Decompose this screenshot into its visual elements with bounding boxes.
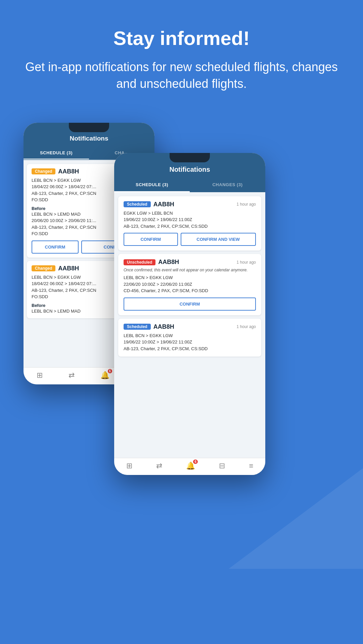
nav-badge-front: 6: [193, 460, 198, 464]
front-tab-schedule[interactable]: SCHEDULE (3): [114, 178, 190, 192]
front-nav-calendar-icon[interactable]: ⊞: [126, 462, 132, 470]
badge-changed-2: Changed: [32, 265, 55, 271]
front-confirm-btn-1[interactable]: CONFIRM: [124, 233, 178, 246]
front-card-3-time: 1 hour ago: [237, 324, 256, 329]
hero-section: Stay informed! Get in-app notifications …: [0, 0, 363, 113]
front-card-3-body: LEBL BCN > EGKK LGW 19/06/22 10:00Z > 19…: [124, 332, 256, 352]
back-header: Notifications: [24, 123, 154, 147]
front-card-3: Scheduled AAB8H 1 hour ago LEBL BCN > EG…: [118, 319, 261, 357]
back-card-2-callsign: AAB8H: [58, 265, 79, 272]
front-card-1-title-row: Scheduled AAB8H 1 hour ago: [124, 201, 256, 208]
front-cards-area: Scheduled AAB8H 1 hour ago EGKK LGW > LE…: [114, 192, 265, 458]
nav-bell-icon[interactable]: 🔔 6: [100, 371, 109, 380]
back-card-1-callsign: AAB8H: [58, 168, 79, 175]
front-card-1-callsign: AAB8H: [153, 201, 174, 208]
back-tab-schedule[interactable]: SCHEDULE (3): [24, 147, 89, 159]
front-tabs: SCHEDULE (3) CHANGES (3): [114, 178, 265, 192]
back-confirm-btn-1[interactable]: CONFIRM: [32, 240, 79, 254]
front-screen: Notifications SCHEDULE (3) CHANGES (3) S…: [114, 153, 265, 475]
nav-filter-icon[interactable]: ⇄: [69, 371, 75, 380]
front-card-2: Unscheduled AAB8H 1 hour ago Once confir…: [118, 254, 261, 315]
nav-badge-back: 6: [108, 369, 112, 373]
accent-shape: [229, 468, 363, 569]
phones-area: Notifications SCHEDULE (3) CHA... Change…: [0, 113, 363, 569]
front-card-1-body: EGKK LGW > LEBL BCN 19/06/22 10:00Z > 19…: [124, 210, 256, 230]
hero-title: Stay informed!: [20, 27, 343, 49]
front-nav-doc-icon[interactable]: ⊟: [219, 462, 225, 470]
front-card-1-time: 1 hour ago: [237, 202, 256, 207]
front-card-2-note: Once confirmed, this event will not appe…: [124, 268, 256, 272]
front-card-2-title-row: Unscheduled AAB8H 1 hour ago: [124, 259, 256, 266]
front-nav-menu-icon[interactable]: ≡: [249, 462, 253, 470]
front-card-2-callsign: AAB8H: [158, 259, 179, 266]
badge-changed-1: Changed: [32, 168, 55, 174]
badge-scheduled-2: Scheduled: [124, 324, 151, 330]
front-confirm-view-btn-1[interactable]: CONFIRM AND VIEW: [181, 233, 256, 246]
front-header: Notifications: [114, 153, 265, 178]
front-card-1: Scheduled AAB8H 1 hour ago EGKK LGW > LE…: [118, 196, 261, 251]
front-bottom-nav: ⊞ ⇄ 🔔 6 ⊟ ≡: [114, 458, 265, 475]
front-card-3-title-row: Scheduled AAB8H 1 hour ago: [124, 323, 256, 330]
nav-calendar-icon[interactable]: ⊞: [37, 371, 43, 380]
badge-scheduled-1: Scheduled: [124, 201, 151, 207]
front-card-2-actions: CONFIRM: [124, 298, 256, 311]
badge-unscheduled-1: Unscheduled: [124, 259, 155, 265]
front-nav-bell-icon[interactable]: 🔔 6: [186, 462, 195, 470]
hero-subtitle: Get in-app notifications for new schedul…: [20, 59, 343, 93]
front-card-3-callsign: AAB8H: [153, 323, 174, 330]
front-confirm-btn-2[interactable]: CONFIRM: [124, 298, 256, 311]
front-tab-changes[interactable]: CHANGES (3): [190, 178, 265, 192]
front-card-2-time: 1 hour ago: [237, 260, 256, 265]
front-nav-filter-icon[interactable]: ⇄: [156, 462, 162, 470]
front-card-1-actions: CONFIRM CONFIRM AND VIEW: [124, 233, 256, 246]
phone-front: Notifications SCHEDULE (3) CHANGES (3) S…: [114, 153, 265, 475]
front-card-2-body: LEBL BCN > EGKK LGW 22/06/20 10:00Z > 22…: [124, 274, 256, 294]
